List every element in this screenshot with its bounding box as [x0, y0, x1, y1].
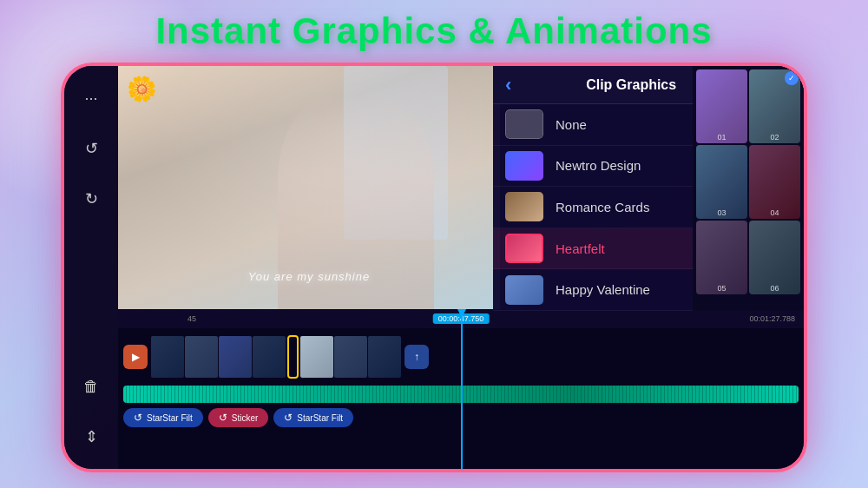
- filter-tag-starstar2[interactable]: ↺ StarStar Filt: [273, 408, 353, 427]
- left-toolbar: ··· ↺ ↻ 🗑 ⇕: [64, 66, 118, 469]
- grid-thumb-3[interactable]: 03: [696, 145, 747, 219]
- main-title: Instant Graphics & Animations: [0, 10, 868, 52]
- timecode-right: 00:01:27.788: [749, 314, 795, 323]
- adjust-button[interactable]: ⇕: [75, 420, 108, 453]
- filter-label-1: StarStar Filt: [147, 413, 193, 423]
- mini-frame-2: [185, 336, 218, 378]
- post-frame-2: [334, 336, 367, 378]
- video-caption: You are my sunshine: [118, 270, 500, 283]
- mini-frame-3: [219, 336, 252, 378]
- undo-button[interactable]: ↺: [75, 132, 108, 165]
- redo-button[interactable]: ↻: [75, 182, 108, 215]
- thumb-check-2: ✓: [785, 71, 799, 85]
- timecode-left: 45: [187, 314, 196, 323]
- phone-frame: ··· ↺ ↻ 🗑 ⇕ 🌼 You are my sunshine ‹ Clip…: [61, 63, 807, 472]
- timeline-area: 45 00:00:47.750 00:01:27.788 ▶: [118, 309, 804, 469]
- thumb-romance: [505, 192, 543, 221]
- back-button[interactable]: ‹: [505, 74, 511, 96]
- thumb-label-5: 05: [696, 284, 747, 293]
- filter-tag-starstar1[interactable]: ↺ StarStar Filt: [123, 408, 203, 427]
- video-content: 🌼 You are my sunshine: [118, 66, 500, 309]
- thumb-label-1: 01: [696, 133, 747, 142]
- more-button[interactable]: ···: [75, 82, 108, 115]
- thumb-newtro: [505, 151, 543, 181]
- filter-label-2: Sticker: [232, 413, 259, 423]
- thumb-grid-panel: 01 ✓ 02 03 04 05 06: [693, 66, 804, 311]
- playhead[interactable]: [461, 309, 463, 469]
- post-frame-1: [300, 336, 333, 378]
- grid-thumb-1[interactable]: 01: [696, 69, 747, 143]
- pre-frames: [151, 336, 286, 378]
- video-area: 🌼 You are my sunshine: [118, 66, 500, 309]
- thumb-label-6: 06: [749, 284, 800, 293]
- thumb-label-3: 03: [696, 208, 747, 217]
- filter-icon-2: ↺: [219, 412, 227, 424]
- thumb-label-2: 02: [749, 133, 800, 142]
- grid-thumb-4[interactable]: 04: [749, 145, 800, 219]
- track-icon-start[interactable]: ▶: [123, 345, 148, 369]
- grid-thumb-6[interactable]: 06: [749, 221, 800, 294]
- delete-button[interactable]: 🗑: [75, 370, 108, 403]
- thumb-label-4: 04: [749, 208, 800, 217]
- mini-frame-4: [253, 336, 286, 378]
- post-frames: [300, 336, 401, 378]
- filter-icon-3: ↺: [284, 412, 293, 424]
- grid-thumb-5[interactable]: 05: [696, 221, 747, 294]
- thumb-heartfelt: [505, 234, 543, 263]
- filter-icon-1: ↺: [134, 412, 142, 424]
- filter-tag-sticker[interactable]: ↺ Sticker: [208, 408, 269, 427]
- filter-label-3: StarStar Filt: [297, 413, 343, 423]
- track-icon-end[interactable]: ↑: [404, 345, 429, 369]
- thumb-none: [505, 109, 543, 139]
- mini-frame-1: [151, 336, 184, 378]
- post-frame-3: [368, 336, 401, 378]
- grid-thumb-2[interactable]: ✓ 02: [749, 69, 800, 143]
- highlighted-segment[interactable]: [287, 335, 299, 379]
- thumb-valentine: [505, 275, 543, 305]
